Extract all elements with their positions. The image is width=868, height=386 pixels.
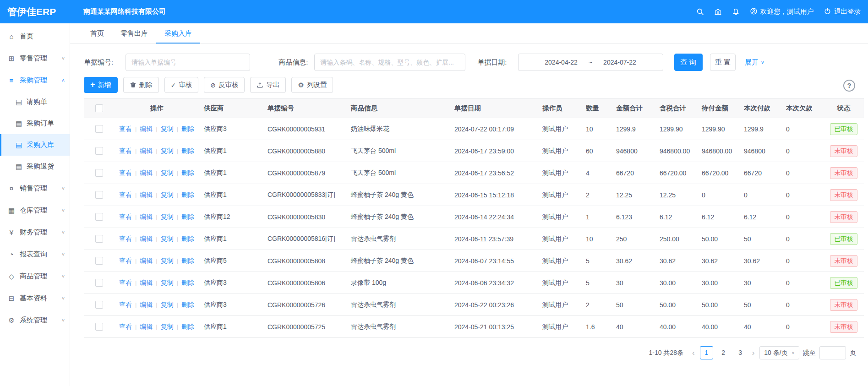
row-action-edit[interactable]: 编辑 xyxy=(140,301,153,308)
row-action-copy[interactable]: 复制 xyxy=(161,125,174,132)
table-row[interactable]: 查看|编辑|复制|删除供应商1CGRK00000005879飞天茅台 500ml… xyxy=(84,162,864,184)
expand-link[interactable]: 展开∨ xyxy=(745,58,764,67)
column-settings-button[interactable]: ⚙列设置 xyxy=(291,77,333,93)
row-action-delete[interactable]: 删除 xyxy=(181,213,194,220)
row-action-delete[interactable]: 删除 xyxy=(181,147,194,154)
prev-page-icon[interactable]: ‹ xyxy=(691,349,696,357)
table-row[interactable]: 查看|编辑|复制|删除供应商1CGRK00000005880飞天茅台 500ml… xyxy=(84,140,864,162)
row-action-copy[interactable]: 复制 xyxy=(161,279,174,286)
table-row[interactable]: 查看|编辑|复制|删除供应商12CGRK00000005830蜂蜜柚子茶 240… xyxy=(84,206,864,228)
row-action-delete[interactable]: 删除 xyxy=(181,125,194,132)
sidebar-item-retail[interactable]: ⊞ 零售管理 ∨ xyxy=(0,47,70,69)
row-action-view[interactable]: 查看 xyxy=(119,323,132,330)
row-checkbox[interactable] xyxy=(95,191,103,199)
table-row[interactable]: 查看|编辑|复制|删除供应商3CGRK00000005931奶油味爆米花2024… xyxy=(84,118,864,140)
row-action-delete[interactable]: 删除 xyxy=(181,235,194,242)
row-action-view[interactable]: 查看 xyxy=(119,301,132,308)
sidebar-item-product[interactable]: ◇ 商品管理 ∨ xyxy=(0,265,70,287)
sidebar-item-purchase[interactable]: ≡ 采购管理 ∧ xyxy=(0,69,70,91)
page-1-button[interactable]: 1 xyxy=(700,346,713,359)
row-checkbox[interactable] xyxy=(95,169,103,177)
row-action-view[interactable]: 查看 xyxy=(119,125,132,132)
sidebar-item-purchase-order[interactable]: ▤ 采购订单 xyxy=(0,113,70,134)
sidebar-item-purchase-inbound[interactable]: ▤ 采购入库 xyxy=(0,134,70,156)
row-action-view[interactable]: 查看 xyxy=(119,235,132,242)
bill-no-input[interactable] xyxy=(126,54,250,71)
sidebar-item-sales[interactable]: ¤ 销售管理 ∨ xyxy=(0,177,70,199)
row-action-copy[interactable]: 复制 xyxy=(161,191,174,198)
table-row[interactable]: 查看|编辑|复制|删除供应商3CGRK00000005806录像带 100g20… xyxy=(84,272,864,294)
row-action-edit[interactable]: 编辑 xyxy=(140,125,153,132)
row-action-edit[interactable]: 编辑 xyxy=(140,323,153,330)
row-action-copy[interactable]: 复制 xyxy=(161,235,174,242)
row-checkbox[interactable] xyxy=(95,235,103,243)
delete-button[interactable]: 删除 xyxy=(123,77,159,93)
page-2-button[interactable]: 2 xyxy=(717,346,730,359)
welcome-user[interactable]: 欢迎您，测试用户 xyxy=(750,7,813,16)
date-end-value[interactable]: 2024-07-22 xyxy=(603,59,636,66)
sidebar-item-system[interactable]: ⚙ 系统管理 ∨ xyxy=(0,309,70,331)
row-checkbox[interactable] xyxy=(95,279,103,287)
date-range-picker[interactable]: 2024-04-22 ~ 2024-07-22 xyxy=(518,54,663,71)
export-button[interactable]: 导出 xyxy=(250,77,286,93)
sidebar-item-purchase-return[interactable]: ▤ 采购退货 xyxy=(0,156,70,177)
select-all-checkbox[interactable] xyxy=(95,104,103,112)
sidebar-item-basic-data[interactable]: ⊟ 基本资料 ∨ xyxy=(0,287,70,309)
unaudit-button[interactable]: ⊘反审核 xyxy=(204,77,245,93)
sidebar-item-warehouse[interactable]: ▦ 仓库管理 ∨ xyxy=(0,199,70,221)
jump-page-input[interactable] xyxy=(819,346,846,359)
row-action-delete[interactable]: 删除 xyxy=(181,279,194,286)
row-checkbox[interactable] xyxy=(95,301,103,309)
row-action-delete[interactable]: 删除 xyxy=(181,191,194,198)
row-action-edit[interactable]: 编辑 xyxy=(140,213,153,220)
row-action-view[interactable]: 查看 xyxy=(119,279,132,286)
page-3-button[interactable]: 3 xyxy=(734,346,747,359)
page-size-select[interactable]: 10 条/页∨ xyxy=(759,346,799,359)
audit-button[interactable]: ✓审核 xyxy=(164,77,199,93)
row-action-copy[interactable]: 复制 xyxy=(161,169,174,176)
row-action-view[interactable]: 查看 xyxy=(119,191,132,198)
table-row[interactable]: 查看|编辑|复制|删除供应商1CGRK00000005725雷达杀虫气雾剂202… xyxy=(84,316,864,338)
table-row[interactable]: 查看|编辑|复制|删除供应商1CGRK00000005816[订]雷达杀虫气雾剂… xyxy=(84,228,864,250)
row-action-copy[interactable]: 复制 xyxy=(161,301,174,308)
row-action-view[interactable]: 查看 xyxy=(119,257,132,264)
row-checkbox[interactable] xyxy=(95,125,103,133)
row-action-delete[interactable]: 删除 xyxy=(181,323,194,330)
date-start-value[interactable]: 2024-04-22 xyxy=(545,59,578,66)
row-checkbox[interactable] xyxy=(95,147,103,155)
sidebar-item-purchase-request[interactable]: ▤ 请购单 xyxy=(0,91,70,113)
row-checkbox[interactable] xyxy=(95,257,103,265)
product-info-input[interactable] xyxy=(314,54,465,71)
row-action-view[interactable]: 查看 xyxy=(119,213,132,220)
reset-button[interactable]: 重 置 xyxy=(710,54,736,71)
table-row[interactable]: 查看|编辑|复制|删除供应商5CGRK00000005808蜂蜜柚子茶 240g… xyxy=(84,250,864,272)
row-action-copy[interactable]: 复制 xyxy=(161,213,174,220)
search-icon[interactable] xyxy=(696,8,704,16)
row-action-delete[interactable]: 删除 xyxy=(181,169,194,176)
table-row[interactable]: 查看|编辑|复制|删除供应商1CGRK00000005833[订]蜂蜜柚子茶 2… xyxy=(84,184,864,206)
row-checkbox[interactable] xyxy=(95,213,103,221)
row-action-copy[interactable]: 复制 xyxy=(161,323,174,330)
row-action-edit[interactable]: 编辑 xyxy=(140,169,153,176)
row-action-copy[interactable]: 复制 xyxy=(161,257,174,264)
row-action-delete[interactable]: 删除 xyxy=(181,301,194,308)
row-action-copy[interactable]: 复制 xyxy=(161,147,174,154)
sidebar-item-report[interactable]: ◔ 报表查询 ∨ xyxy=(0,243,70,265)
row-action-edit[interactable]: 编辑 xyxy=(140,279,153,286)
search-button[interactable]: 查 询 xyxy=(674,54,703,71)
table-row[interactable]: 查看|编辑|复制|删除供应商3CGRK00000005726雷达杀虫气雾剂202… xyxy=(84,294,864,316)
next-page-icon[interactable]: › xyxy=(751,349,756,357)
row-action-view[interactable]: 查看 xyxy=(119,147,132,154)
bell-icon[interactable] xyxy=(732,8,740,16)
row-action-edit[interactable]: 编辑 xyxy=(140,191,153,198)
sidebar-item-home[interactable]: ⌂ 首页 xyxy=(0,25,70,47)
tab-retail-outbound[interactable]: 零售出库 xyxy=(112,23,156,43)
add-button[interactable]: +新增 xyxy=(84,77,118,93)
row-checkbox[interactable] xyxy=(95,323,103,331)
help-icon[interactable]: ? xyxy=(843,80,855,92)
row-action-view[interactable]: 查看 xyxy=(119,169,132,176)
row-action-edit[interactable]: 编辑 xyxy=(140,147,153,154)
tab-home[interactable]: 首页 xyxy=(82,23,112,43)
bank-icon[interactable] xyxy=(714,8,722,16)
row-action-delete[interactable]: 删除 xyxy=(181,257,194,264)
